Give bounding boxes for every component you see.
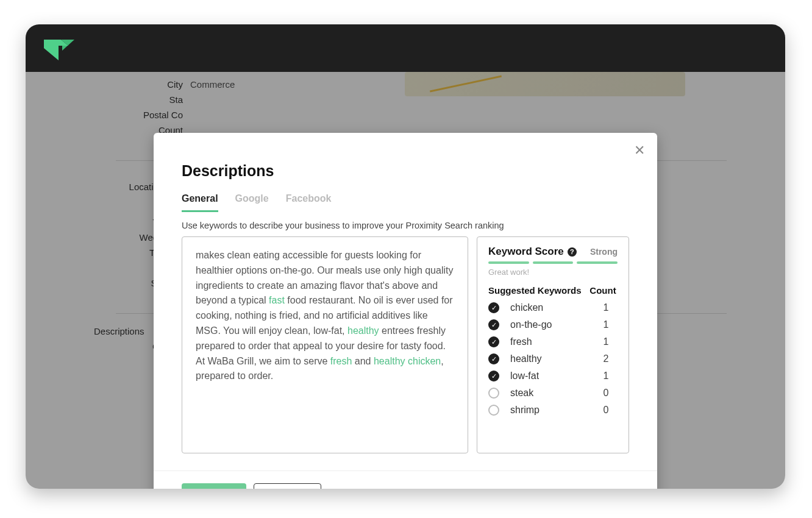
keyword-row: ✓chicken1 [488, 299, 615, 316]
keyword-row: ✓healthy2 [488, 350, 615, 367]
keyword-row: shrimp0 [488, 402, 615, 419]
top-bar [26, 24, 785, 72]
keyword-count: 0 [597, 388, 615, 399]
keyword-row: steak0 [488, 385, 615, 402]
app-logo-icon [43, 35, 76, 62]
keyword-score-title: Keyword Score [488, 246, 564, 258]
cancel-button[interactable]: CANCEL [254, 483, 321, 489]
keyword-count: 1 [597, 336, 615, 347]
app-window: City Commerce Sta Postal Co Count Phor L… [26, 24, 785, 489]
score-comment: Great work! [488, 268, 618, 277]
keyword-name: shrimp [510, 405, 586, 416]
keyword-count: 2 [597, 353, 615, 364]
check-filled-icon: ✓ [488, 302, 499, 313]
modal-hint: Use keywords to describe your business t… [154, 212, 657, 236]
keyword-name: on-the-go [510, 319, 586, 330]
keyword-name: steak [510, 388, 586, 399]
keywords-header: Suggested Keywords [488, 285, 588, 296]
check-empty-icon [488, 388, 499, 399]
close-icon[interactable]: ✕ [634, 144, 645, 157]
keyword-count: 1 [597, 371, 615, 381]
keyword-row: ✓fresh1 [488, 333, 615, 350]
tab-general[interactable]: General [182, 193, 218, 212]
check-empty-icon [488, 405, 499, 416]
check-filled-icon: ✓ [488, 319, 499, 330]
modal-tabs: GeneralGoogleFacebook [154, 183, 657, 212]
check-filled-icon: ✓ [488, 353, 499, 364]
page-content: City Commerce Sta Postal Co Count Phor L… [26, 72, 785, 489]
descriptions-modal: ✕ Descriptions GeneralGoogleFacebook Use… [154, 133, 657, 489]
count-header: Count [588, 285, 618, 296]
keyword-count: 0 [597, 405, 615, 416]
keyword-score-panel: Keyword Score ? Strong Great work! Sugge… [477, 236, 629, 453]
keyword-count: 1 [597, 302, 615, 313]
keyword-name: low-fat [510, 371, 586, 381]
help-icon[interactable]: ? [568, 247, 577, 257]
modal-title: Descriptions [182, 162, 629, 180]
keyword-row: ✓low-fat1 [488, 367, 615, 385]
update-button[interactable]: UPDATE [182, 483, 246, 489]
keyword-count: 1 [597, 319, 615, 330]
keyword-list[interactable]: ✓chicken1✓on-the-go1✓fresh1✓healthy2✓low… [488, 299, 618, 453]
keyword-score-strength: Strong [590, 247, 618, 257]
keyword-name: healthy [510, 353, 586, 364]
score-meter [488, 261, 618, 264]
tab-facebook[interactable]: Facebook [286, 193, 332, 212]
keyword-name: chicken [510, 302, 586, 313]
tab-google[interactable]: Google [235, 193, 269, 212]
check-filled-icon: ✓ [488, 336, 499, 347]
description-editor[interactable]: makes clean eating accessible for guests… [182, 236, 468, 453]
keyword-row: ✓on-the-go1 [488, 316, 615, 333]
check-filled-icon: ✓ [488, 371, 499, 381]
keyword-name: fresh [510, 336, 586, 347]
